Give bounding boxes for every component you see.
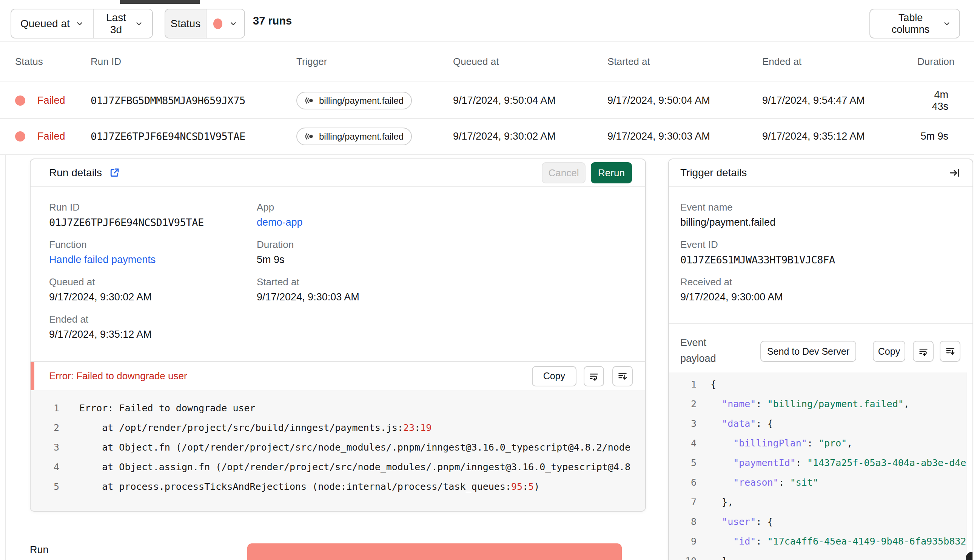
word-wrap-button[interactable] bbox=[584, 366, 604, 387]
code-line: 3 at Object.fn (/opt/render/project/src/… bbox=[30, 438, 645, 457]
code-line: 4 "billingPlan": "pro", bbox=[669, 433, 972, 453]
field-label: Event ID bbox=[680, 239, 835, 250]
run-id-value: 01J7ZE6TPJF6E94NCSD1V95TAE bbox=[49, 217, 257, 228]
field-label: Event name bbox=[680, 202, 835, 213]
payload-scroll-to-bottom-button[interactable] bbox=[940, 341, 961, 362]
run-id-cell: 01J7ZE6TPJF6E94NCSD1V95TAE bbox=[91, 130, 296, 142]
line-content: at Object.assign.fn (/opt/render/project… bbox=[59, 457, 630, 477]
trigger-event-name: billing/payment.failed bbox=[319, 131, 404, 142]
column-header-trigger: Trigger bbox=[296, 56, 453, 68]
run-details-header: Run details Cancel Rerun bbox=[30, 159, 645, 187]
run-status-text: Failed bbox=[37, 130, 65, 142]
trigger-event-name: billing/payment.failed bbox=[319, 95, 404, 106]
payload-scrollbar-thumb[interactable] bbox=[966, 552, 973, 560]
line-content: at process.processTicksAndRejections (no… bbox=[59, 477, 539, 497]
started-at-cell: 9/17/2024, 9:50:04 AM bbox=[607, 95, 762, 107]
duration-cell: 5m 9s bbox=[917, 130, 959, 142]
code-line: 1{ bbox=[669, 375, 972, 394]
runs-page: Queued at Last 3d Status bbox=[0, 0, 974, 560]
line-number: 2 bbox=[669, 394, 697, 414]
trigger-event-pill[interactable]: billing/payment.failed bbox=[296, 128, 412, 145]
cancel-button[interactable]: Cancel bbox=[542, 162, 585, 183]
event-payload-title: Event payload bbox=[680, 335, 744, 367]
rerun-button[interactable]: Rerun bbox=[591, 162, 632, 183]
table-columns-button[interactable]: Table columns bbox=[869, 9, 960, 38]
line-content: }, bbox=[697, 492, 733, 512]
timerange-filter-button[interactable]: Last 3d bbox=[93, 10, 152, 38]
run-id-cell: 01J7ZFBG5DMM85MJA9H659JX75 bbox=[91, 95, 296, 107]
chevron-down-icon bbox=[135, 20, 143, 28]
ended-at-cell: 9/17/2024, 9:54:47 AM bbox=[762, 95, 917, 107]
run-details-fields: Run ID 01J7ZE6TPJF6E94NCSD1V95TAE App de… bbox=[49, 202, 359, 340]
error-title: Error: Failed to downgrade user bbox=[49, 370, 187, 382]
queued-at-cell: 9/17/2024, 9:30:02 AM bbox=[453, 130, 607, 142]
column-header-queued-at: Queued at bbox=[453, 56, 607, 68]
copy-payload-button[interactable]: Copy bbox=[873, 341, 905, 362]
line-content: { bbox=[697, 375, 716, 394]
timeline-run-bar[interactable] bbox=[247, 543, 622, 560]
table-header: Status Run ID Trigger Queued at Started … bbox=[0, 42, 974, 82]
line-number: 4 bbox=[669, 433, 697, 453]
field-event-id: Event ID 01J7ZE6S1MJWA33HT9B1VJC8FA bbox=[680, 239, 835, 266]
copy-error-button[interactable]: Copy bbox=[532, 366, 577, 387]
error-stack-trace: 1Error: Failed to downgrade user2 at /op… bbox=[30, 390, 645, 511]
line-content: Error: Failed to downgrade user bbox=[59, 398, 255, 418]
queued-at-filter-button[interactable]: Queued at bbox=[11, 10, 93, 38]
line-number: 2 bbox=[30, 418, 59, 438]
code-line: 9 "id": "17ca4ff6-45ea-4149-9b48-6fa935b… bbox=[669, 532, 972, 551]
field-label: Function bbox=[49, 239, 257, 250]
code-line: 7 }, bbox=[669, 492, 972, 512]
event-payload-header: Event payload Send to Dev Server Copy bbox=[669, 323, 972, 372]
ended-at-value: 9/17/2024, 9:35:12 AM bbox=[49, 329, 257, 340]
field-queued-at: Queued at 9/17/2024, 9:30:02 AM bbox=[49, 276, 257, 303]
external-link-icon[interactable] bbox=[109, 167, 120, 178]
code-line: 2 at /opt/render/project/src/build/innge… bbox=[30, 418, 645, 438]
line-number: 4 bbox=[30, 457, 59, 477]
field-event-name: Event name billing/payment.failed bbox=[680, 202, 835, 228]
code-line: 3 "data": { bbox=[669, 414, 972, 433]
failed-status-dot bbox=[213, 18, 222, 29]
duration-value: 5m 9s bbox=[257, 254, 359, 266]
trigger-event-pill[interactable]: billing/payment.failed bbox=[296, 92, 412, 110]
scroll-to-bottom-button[interactable] bbox=[612, 366, 633, 387]
status-filter-label: Status bbox=[171, 18, 200, 30]
table-row[interactable]: Failed 01J7ZFBG5DMM85MJA9H659JX75 billin… bbox=[0, 83, 974, 119]
details-region: Run details Cancel Rerun Run ID 01J7ZE6T… bbox=[0, 155, 974, 560]
line-number: 5 bbox=[30, 477, 59, 497]
line-content: "name": "billing/payment.failed", bbox=[697, 394, 909, 414]
payload-scrollbar-track[interactable] bbox=[966, 372, 973, 560]
table-row[interactable]: Failed 01J7ZE6TPJF6E94NCSD1V95TAE billin… bbox=[0, 119, 974, 155]
failed-status-dot bbox=[15, 95, 25, 106]
error-section-header: Error: Failed to downgrade user Copy bbox=[30, 361, 645, 390]
field-app: App demo-app bbox=[257, 202, 359, 228]
event-pulse-icon bbox=[305, 131, 315, 142]
run-status-cell: Failed bbox=[15, 130, 91, 142]
field-ended-at: Ended at 9/17/2024, 9:35:12 AM bbox=[49, 313, 257, 340]
field-label: Started at bbox=[257, 276, 359, 288]
line-number: 10 bbox=[669, 551, 697, 560]
run-details-panel: Run details Cancel Rerun Run ID 01J7ZE6T… bbox=[30, 158, 646, 512]
field-label: Run ID bbox=[49, 202, 257, 213]
line-number: 3 bbox=[669, 414, 697, 433]
payload-word-wrap-button[interactable] bbox=[913, 341, 934, 362]
column-header-status: Status bbox=[15, 56, 91, 68]
trigger-cell: billing/payment.failed bbox=[296, 92, 453, 110]
trigger-cell: billing/payment.failed bbox=[296, 128, 453, 145]
send-to-dev-server-button[interactable]: Send to Dev Server bbox=[761, 341, 856, 362]
code-line: 10 } bbox=[669, 551, 972, 560]
word-wrap-icon bbox=[918, 346, 929, 357]
code-line: 8 "user": { bbox=[669, 512, 972, 532]
app-link[interactable]: demo-app bbox=[257, 217, 359, 228]
field-label: App bbox=[257, 202, 359, 213]
error-actions: Copy bbox=[532, 366, 633, 387]
received-at-value: 9/17/2024, 9:30:00 AM bbox=[680, 291, 835, 303]
line-number: 9 bbox=[669, 532, 697, 551]
function-link[interactable]: Handle failed payments bbox=[49, 254, 257, 266]
field-label: Queued at bbox=[49, 276, 257, 288]
run-status-text: Failed bbox=[37, 95, 65, 107]
trigger-details-fields: Event name billing/payment.failed Event … bbox=[680, 202, 835, 303]
status-filter-value-button[interactable] bbox=[206, 10, 244, 38]
collapse-right-icon[interactable] bbox=[949, 167, 961, 178]
run-status-cell: Failed bbox=[15, 95, 91, 107]
code-line: 5 at process.processTicksAndRejections (… bbox=[30, 477, 645, 497]
